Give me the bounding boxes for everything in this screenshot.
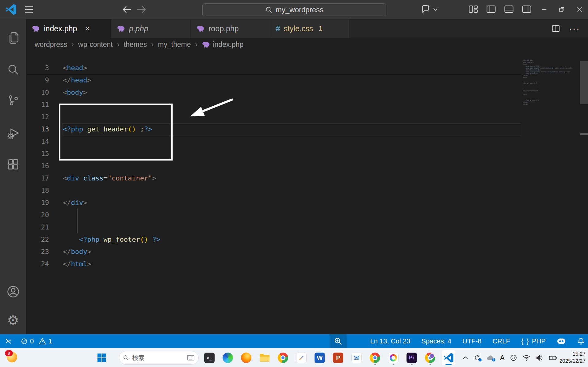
onedrive-cloud-icon[interactable]: i [486,354,495,361]
taskbar-app-mail[interactable]: ✉ [349,350,364,365]
code-line-24[interactable]: 24</html> [26,258,588,270]
source-control-icon[interactable] [0,94,26,107]
line-number: 19 [26,197,49,209]
tab-label: p.php [129,24,148,33]
minimize-button[interactable] [538,4,550,15]
taskbar-app-creative-cloud[interactable] [386,350,400,365]
breadcrumb-item[interactable]: wp-content [78,40,113,49]
breadcrumb-item[interactable]: my_theme [158,40,191,49]
encoding-status[interactable]: UTF-8 [462,337,481,345]
forward-button[interactable] [136,5,147,14]
volume-icon[interactable] [536,354,544,361]
taskbar-app-explorer[interactable] [258,350,272,365]
chrome-icon [370,353,380,363]
code-line-20[interactable]: 20 [26,209,588,221]
settings-gear-icon[interactable]: ⚙ [0,314,26,327]
vscode-window: my_wordpress [0,0,588,367]
line-number: 22 [26,233,49,246]
taskbar-app-terminal[interactable]: >_ [202,350,216,365]
taskbar-app-chrome[interactable] [368,350,382,365]
tab-index.php[interactable]: index.php× [26,19,111,38]
clock-app-icon[interactable] [510,354,517,361]
code-line-17[interactable]: 17<div class="container"> [26,172,588,184]
tab-style.css[interactable]: #style.css1 [270,19,349,38]
code-line-3[interactable]: 3<head> [26,62,588,74]
restore-button[interactable] [556,4,567,15]
account-icon[interactable] [0,285,26,298]
problems-status[interactable]: 0 1 [21,337,52,345]
indentation-status[interactable]: Spaces: 4 [421,337,451,345]
php-elephant-icon [202,41,210,48]
search-command-center[interactable]: my_wordpress [202,3,386,16]
taskbar-app-chrome[interactable] [276,350,290,365]
status-bar: 0 1 Ln 13, Col 23 Spaces: 4 UTF-8 CRLF {… [0,334,588,348]
indent-guide [77,221,78,233]
code-line-16[interactable]: 16 [26,160,588,172]
start-button[interactable] [97,354,106,362]
code-line-10[interactable]: 10<body> [26,86,588,99]
toggle-secondary-sidebar-button[interactable] [522,5,532,14]
copilot-status-icon[interactable] [557,337,566,345]
taskbar-app-vscode[interactable] [441,350,456,365]
tab-roop.php[interactable]: roop.php [191,19,270,38]
code-line-9[interactable]: 9</head> [26,74,588,86]
battery-icon[interactable] [549,355,557,361]
taskbar-app-powerpoint[interactable]: P [331,350,345,365]
customize-layout-button[interactable] [468,5,478,14]
taskbar-clock[interactable]: 15:27 2025/12/27 [559,350,586,365]
breadcrumb-file[interactable]: index.php [202,40,243,49]
breadcrumb-item[interactable]: wordpress [35,40,67,49]
close-button[interactable] [574,4,586,15]
toggle-primary-sidebar-button[interactable] [486,5,496,14]
errors-icon [21,338,28,345]
line-number: 9 [26,74,49,86]
code-text: <head> [63,62,87,74]
php-elephant-icon [32,25,40,32]
code-editor[interactable]: 3<head>9</head>10<body>111213<?php get_h… [26,51,588,334]
wifi-icon[interactable] [522,354,530,361]
ime-input-icon[interactable] [187,354,195,362]
ime-mode-indicator[interactable]: A [500,354,505,362]
more-actions-button[interactable]: ··· [569,23,580,34]
magnifier-zoom-indicator[interactable] [330,334,347,348]
update-sync-icon[interactable] [474,354,481,361]
copilot-button[interactable] [421,4,438,15]
run-debug-icon[interactable] [0,127,26,140]
line-number: 3 [26,62,49,74]
widgets-weather-icon[interactable]: 9 [7,352,18,364]
code-line-22[interactable]: 22 <?php wp_footer() ?> [26,233,588,246]
edge-icon [223,353,233,363]
split-editor-button[interactable] [551,24,560,33]
line-number: 20 [26,209,49,221]
tab-p.php[interactable]: p.php [111,19,191,38]
code-line-21[interactable]: 21 [26,221,588,233]
breadcrumb-item[interactable]: themes [124,40,147,49]
language-status[interactable]: { } PHP [521,337,546,345]
line-number: 18 [26,184,49,197]
taskbar-app-chrome-profile[interactable] [423,350,437,365]
taskbar-app-notes[interactable] [294,350,308,365]
eol-status[interactable]: CRLF [492,337,510,345]
code-line-19[interactable]: 19</div> [26,197,588,209]
notifications-bell-icon[interactable] [577,337,585,345]
taskbar-app-premiere[interactable]: Pr [405,350,419,365]
taskbar-search-box[interactable]: 検索 [119,351,199,365]
search-value: my_wordpress [276,6,323,14]
search-view-icon[interactable] [0,63,26,76]
warnings-count: 1 [48,337,52,345]
tab-close-icon[interactable]: × [85,25,90,32]
extensions-icon[interactable] [0,158,26,171]
back-button[interactable] [122,5,132,14]
code-line-23[interactable]: 23</body> [26,246,588,258]
explorer-icon[interactable] [0,31,26,44]
taskbar-app-firefox[interactable] [239,350,253,365]
taskbar-app-word[interactable]: W [313,350,327,365]
remote-indicator[interactable] [4,337,12,345]
code-line-18[interactable]: 18 [26,184,588,197]
cursor-position[interactable]: Ln 13, Col 23 [370,337,410,345]
tray-chevron-up-icon[interactable] [462,356,468,360]
toggle-panel-button[interactable] [504,5,514,14]
taskbar-app-edge[interactable] [221,350,235,365]
menu-button[interactable] [25,5,34,14]
braces-icon: { } [521,337,529,345]
